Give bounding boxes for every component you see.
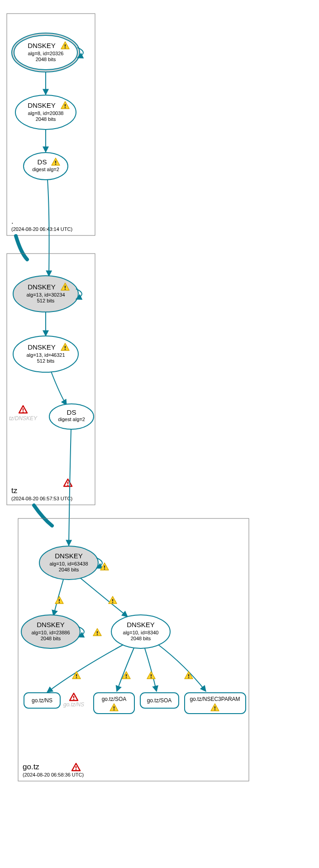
zone-tz-name: tz	[11, 486, 17, 495]
edge-tz-ds-go-ksk	[69, 429, 71, 546]
zone-gotz-name: go.tz	[23, 762, 39, 771]
svg-text:go.tz/SOA: go.tz/SOA	[102, 696, 127, 702]
warning-icon	[72, 671, 81, 679]
svg-text:alg=8, id=20038: alg=8, id=20038	[28, 110, 64, 116]
svg-text:go.tz/NS: go.tz/NS	[32, 697, 52, 704]
svg-text:digest alg=2: digest alg=2	[58, 417, 85, 422]
svg-text:alg=10, id=8340: alg=10, id=8340	[123, 630, 159, 635]
node-root-ksk[interactable]: DNSKEY alg=8, id=20326 2048 bits	[12, 33, 80, 72]
node-root-ds[interactable]: DS digest alg=2	[24, 153, 68, 180]
warning-icon	[93, 628, 101, 636]
node-go-zsk2[interactable]: DNSKEY alg=10, id=23886 2048 bits	[21, 615, 80, 648]
svg-text:go.tz/SOA: go.tz/SOA	[147, 697, 172, 704]
node-tz-zsk[interactable]: DNSKEY alg=13, id=46321 512 bits	[13, 336, 78, 372]
svg-text:DNSKEY: DNSKEY	[127, 621, 155, 628]
node-go-ksk[interactable]: DNSKEY alg=10, id=63438 2048 bits	[39, 546, 98, 580]
svg-text:DNSKEY: DNSKEY	[55, 552, 83, 560]
node-tz-ghost: tz/DNSKEY	[9, 415, 38, 422]
svg-text:go.tz/NSEC3PARAM: go.tz/NSEC3PARAM	[190, 696, 240, 702]
node-go-ns[interactable]: go.tz/NS	[24, 693, 60, 708]
edge-tz-gotz-thick	[34, 505, 52, 526]
svg-point-13	[24, 153, 68, 180]
node-go-soa2[interactable]: go.tz/SOA	[140, 693, 179, 708]
warning-icon	[147, 671, 155, 679]
svg-text:DNSKEY: DNSKEY	[28, 42, 56, 49]
warning-icon	[109, 596, 117, 604]
error-icon	[72, 763, 80, 771]
svg-text:DNSKEY: DNSKEY	[28, 343, 56, 351]
zone-gotz-ts: (2024-08-20 06:58:36 UTC)	[23, 772, 84, 777]
svg-text:digest alg=2: digest alg=2	[32, 167, 59, 172]
svg-text:alg=13, id=46321: alg=13, id=46321	[26, 352, 65, 358]
node-tz-ksk[interactable]: DNSKEY alg=13, id=30234 512 bits	[13, 276, 78, 312]
svg-text:512 bits: 512 bits	[37, 298, 55, 303]
error-icon	[64, 479, 72, 486]
edge-go-zsk-soa2	[145, 648, 157, 691]
zone-tz-ts: (2024-08-20 06:57:53 UTC)	[11, 496, 72, 501]
edge-tz-zsk-ds	[51, 372, 67, 405]
svg-text:DS: DS	[38, 158, 47, 166]
edge-go-zsk-ns	[47, 645, 123, 692]
zone-root-ts: (2024-08-20 06:43:14 UTC)	[11, 226, 72, 232]
edge-go-zsk-soa1	[117, 648, 134, 691]
svg-text:2048 bits: 2048 bits	[36, 57, 56, 62]
svg-text:2048 bits: 2048 bits	[131, 636, 151, 641]
node-go-soa1[interactable]: go.tz/SOA	[94, 693, 134, 714]
edge-go-zsk-nsec	[158, 645, 206, 691]
edge-go-ksk-zsk	[81, 578, 128, 617]
svg-text:alg=8, id=20326: alg=8, id=20326	[28, 51, 64, 56]
error-icon	[70, 693, 78, 700]
node-go-nsec[interactable]: go.tz/NSEC3PARAM	[185, 693, 246, 714]
node-go-ns-ghost: go.tz/NS	[63, 701, 84, 708]
error-icon	[19, 406, 27, 413]
svg-text:512 bits: 512 bits	[37, 358, 55, 364]
zone-root-name: .	[11, 217, 14, 225]
svg-text:2048 bits: 2048 bits	[41, 636, 61, 641]
node-root-zsk[interactable]: DNSKEY alg=8, id=20038 2048 bits	[15, 95, 76, 129]
node-tz-ds[interactable]: DS digest alg=2	[49, 404, 94, 429]
edge-root-tz-thick	[16, 236, 27, 259]
svg-text:DNSKEY: DNSKEY	[28, 283, 56, 291]
svg-text:alg=13, id=30234: alg=13, id=30234	[26, 292, 65, 297]
warning-icon	[55, 596, 63, 604]
svg-text:alg=10, id=23886: alg=10, id=23886	[31, 630, 70, 635]
node-go-zsk[interactable]: DNSKEY alg=10, id=8340 2048 bits	[111, 615, 170, 648]
svg-text:alg=10, id=63438: alg=10, id=63438	[49, 561, 88, 566]
svg-text:2048 bits: 2048 bits	[59, 567, 79, 572]
svg-text:DS: DS	[67, 408, 76, 416]
svg-text:DNSKEY: DNSKEY	[37, 621, 65, 628]
svg-text:DNSKEY: DNSKEY	[28, 101, 56, 109]
svg-text:2048 bits: 2048 bits	[36, 116, 56, 122]
